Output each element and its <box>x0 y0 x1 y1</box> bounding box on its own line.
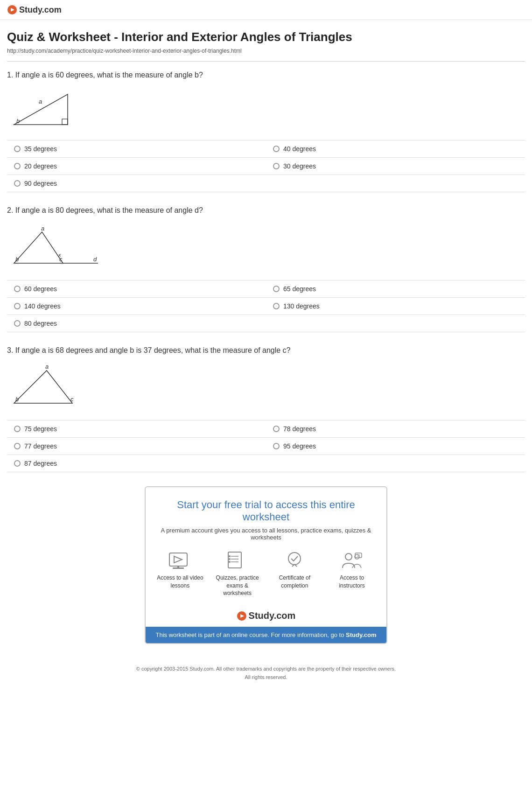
cta-box: Start your free trial to access this ent… <box>145 486 387 644</box>
cta-footer-link[interactable]: Study.com <box>346 631 377 638</box>
cta-logo-icon <box>237 611 247 621</box>
site-header: Study.com <box>0 0 532 20</box>
question-3: 3. If angle a is 68 degrees and angle b … <box>7 346 525 472</box>
svg-text:b: b <box>16 118 20 125</box>
option-cell-empty <box>266 175 525 192</box>
option-label: 30 degrees <box>283 162 316 170</box>
radio-button[interactable] <box>273 286 280 292</box>
radio-button[interactable] <box>14 443 21 449</box>
option-label: 77 degrees <box>24 442 57 450</box>
main-content: Quiz & Worksheet - Interior and Exterior… <box>0 20 532 698</box>
radio-button[interactable] <box>14 286 21 292</box>
logo-icon <box>7 5 17 15</box>
radio-button[interactable] <box>273 443 280 449</box>
svg-point-28 <box>288 553 301 565</box>
quizzes-icon <box>224 550 250 571</box>
option-cell: 130 degrees <box>266 297 525 315</box>
option-row: 20 degrees 30 degrees <box>7 157 525 175</box>
svg-point-31 <box>345 553 352 560</box>
header-divider <box>7 61 525 62</box>
radio-button[interactable] <box>14 320 21 327</box>
question-3-options: 75 degrees 78 degrees 77 deg <box>7 420 525 472</box>
video-lessons-icon <box>167 550 193 571</box>
option-label: 87 degrees <box>24 460 57 467</box>
svg-marker-18 <box>174 556 182 563</box>
option-row: 35 degrees 40 degrees <box>7 140 525 157</box>
svg-text:c: c <box>70 396 74 403</box>
option-cell: 40 degrees <box>266 140 525 157</box>
cta-title: Start your free trial to access this ent… <box>155 499 377 523</box>
footer-line2: All rights reserved. <box>14 673 518 682</box>
radio-button[interactable] <box>14 303 21 309</box>
page-title: Quiz & Worksheet - Interior and Exterior… <box>7 29 525 45</box>
radio-button[interactable] <box>14 146 21 152</box>
radio-button[interactable] <box>273 303 280 309</box>
svg-text:c: c <box>59 256 63 263</box>
site-logo[interactable]: Study.com <box>7 5 62 15</box>
svg-point-26 <box>229 558 231 560</box>
option-cell: 20 degrees <box>7 157 266 175</box>
option-label: 78 degrees <box>283 425 316 433</box>
radio-button[interactable] <box>14 460 21 467</box>
triangle-1-svg: a b <box>7 85 82 132</box>
option-row: 75 degrees 78 degrees <box>7 420 525 437</box>
cta-feature-instructors: Access to instructors <box>327 550 377 597</box>
svg-marker-13 <box>14 371 72 403</box>
question-1: 1. If angle a is 60 degrees, what is the… <box>7 71 525 192</box>
page-url: http://study.com/academy/practice/quiz-w… <box>7 48 525 54</box>
cta-footer: This worksheet is part of an online cour… <box>146 627 386 643</box>
triangle-3-svg: a b c <box>7 360 82 412</box>
option-cell: 30 degrees <box>266 157 525 175</box>
option-cell: 35 degrees <box>7 140 266 157</box>
option-label: 130 degrees <box>283 302 320 310</box>
cta-feature-label: Access to instructors <box>327 574 377 590</box>
svg-rect-3 <box>62 119 68 125</box>
option-cell: 75 degrees <box>7 420 266 437</box>
cta-feature-label: Quizzes, practice exams & worksheets <box>212 574 263 597</box>
question-1-text: 1. If angle a is 60 degrees, what is the… <box>7 71 525 79</box>
question-3-text: 3. If angle a is 68 degrees and angle b … <box>7 346 525 355</box>
radio-button[interactable] <box>14 163 21 169</box>
option-label: 95 degrees <box>283 442 316 450</box>
svg-rect-17 <box>169 553 187 566</box>
instructors-icon <box>339 550 365 571</box>
question-1-diagram: a b <box>7 85 525 133</box>
option-label: 20 degrees <box>24 162 57 170</box>
radio-button[interactable] <box>273 426 280 432</box>
option-label: 60 degrees <box>24 285 57 293</box>
logo-text: Study.com <box>19 5 62 15</box>
option-cell: 140 degrees <box>7 297 266 315</box>
option-cell: 77 degrees <box>7 437 266 455</box>
option-cell-empty <box>266 315 525 332</box>
radio-button[interactable] <box>14 426 21 432</box>
option-cell: 65 degrees <box>266 280 525 297</box>
option-cell-empty <box>266 455 525 472</box>
svg-point-25 <box>229 555 231 557</box>
question-1-options: 35 degrees 40 degrees 20 deg <box>7 140 525 192</box>
cta-feature-quizzes: Quizzes, practice exams & worksheets <box>212 550 263 597</box>
radio-button[interactable] <box>273 146 280 152</box>
question-3-diagram: a b c <box>7 360 525 413</box>
page-footer: © copyright 2003-2015 Study.com. All oth… <box>7 658 525 688</box>
footer-line1: © copyright 2003-2015 Study.com. All oth… <box>14 665 518 673</box>
option-cell: 87 degrees <box>7 455 266 472</box>
svg-marker-6 <box>14 232 63 263</box>
option-row: 77 degrees 95 degrees <box>7 437 525 455</box>
option-label: 65 degrees <box>283 285 316 293</box>
option-row: 87 degrees <box>7 455 525 472</box>
svg-text:b: b <box>15 396 19 403</box>
cta-subtitle: A premium account gives you access to al… <box>155 527 377 541</box>
svg-rect-21 <box>228 552 241 568</box>
radio-button[interactable] <box>14 180 21 187</box>
option-label: 140 degrees <box>24 302 61 310</box>
svg-point-27 <box>229 561 231 563</box>
option-row: 80 degrees <box>7 315 525 332</box>
svg-text:b: b <box>15 256 19 263</box>
cta-features: Access to all video lessons Quizzes, pra… <box>155 550 377 597</box>
cta-studycom-logo: Study.com <box>155 606 377 627</box>
option-row: 60 degrees 65 degrees <box>7 280 525 297</box>
svg-text:d: d <box>93 256 97 263</box>
option-cell: 78 degrees <box>266 420 525 437</box>
option-row: 140 degrees 130 degrees <box>7 297 525 315</box>
radio-button[interactable] <box>273 163 280 169</box>
